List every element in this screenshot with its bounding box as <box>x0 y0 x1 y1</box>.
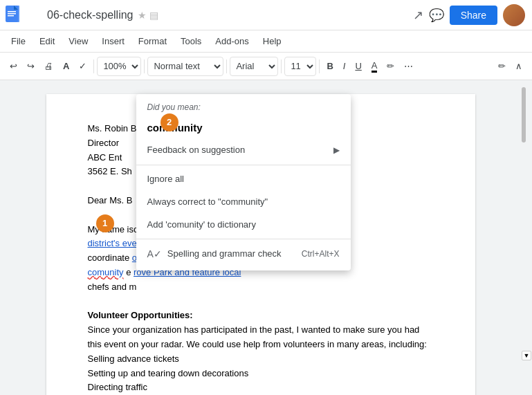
menu-format[interactable]: Format <box>133 33 172 49</box>
menu-tools[interactable]: Tools <box>175 33 207 49</box>
list-item-3: Directing traffic <box>88 380 434 395</box>
list-item-1: Selling advance tickets <box>88 352 434 367</box>
menu-view[interactable]: View <box>63 33 93 49</box>
spell-check-icon: A✓ <box>147 246 162 261</box>
divider-3 <box>226 59 227 73</box>
edit-mode-button[interactable]: ✏ <box>494 58 510 74</box>
doc-title: 06-check-spelling <box>47 9 134 21</box>
always-correct-label: Always correct to "community" <box>147 195 268 210</box>
misspelled-word: comunity <box>88 267 124 277</box>
step-badge-2: 2 <box>160 113 178 131</box>
paint-format-button[interactable]: A <box>59 58 73 74</box>
folder-icon[interactable]: ▤ <box>149 10 158 21</box>
more-button[interactable]: ⋯ <box>400 58 417 74</box>
redo-button[interactable]: ↪ <box>23 58 39 74</box>
feedback-arrow-icon: ▶ <box>333 144 340 157</box>
list-item-2: Setting up and tearing down decorations <box>88 367 434 381</box>
italic-button[interactable]: I <box>339 58 350 74</box>
para1-text4: e <box>126 267 131 277</box>
font-color-button[interactable]: A <box>367 57 382 75</box>
always-correct-item[interactable]: Always correct to "community" <box>136 191 351 214</box>
undo-button[interactable]: ↩ <box>6 58 21 74</box>
divider-4 <box>281 59 282 73</box>
print-button[interactable]: 🖨 <box>40 58 57 74</box>
feedback-label: Feedback on suggestion <box>147 143 246 158</box>
feedback-item[interactable]: Feedback on suggestion ▶ <box>136 139 351 162</box>
spell-check-button[interactable]: ✓ <box>75 58 91 74</box>
svg-rect-11 <box>8 15 14 17</box>
title-bar: 06-check-spelling ★ ▤ ↗ 💬 Share <box>0 0 532 30</box>
doc-icon-actual <box>6 6 21 25</box>
divider-5 <box>319 59 320 73</box>
toolbar: ↩ ↪ 🖨 A ✓ 100% Normal text Arial 11 B I … <box>0 53 532 80</box>
underline-button[interactable]: U <box>351 58 365 74</box>
paragraph-1d: chefs and m <box>88 280 434 295</box>
highlight-button[interactable]: ✏ <box>383 58 398 74</box>
menu-addons[interactable]: Add-ons <box>210 33 254 49</box>
svg-rect-10 <box>8 13 16 15</box>
scroll-nav-button[interactable]: ▼ <box>522 351 531 360</box>
star-icon[interactable]: ★ <box>138 10 147 21</box>
scrollbar-thumb[interactable] <box>522 87 526 143</box>
add-to-dict-item[interactable]: Add 'comunity' to dictionary <box>136 214 351 237</box>
share-button[interactable]: Share <box>450 6 497 25</box>
menu-edit[interactable]: Edit <box>34 33 60 49</box>
zoom-select[interactable]: 100% <box>97 57 141 76</box>
main-area: Ms. Robin B Director ABC Ent 3562 E. Sh … <box>0 80 532 395</box>
menu-file[interactable]: File <box>6 33 31 49</box>
style-select[interactable]: Normal text <box>147 57 223 76</box>
divider-2 <box>144 59 145 73</box>
menu-bar: File Edit View Insert Format Tools Add-o… <box>0 30 532 53</box>
collapse-button[interactable]: ∧ <box>511 58 526 74</box>
font-select[interactable]: Arial <box>230 57 278 76</box>
menu-divider-2 <box>136 239 351 239</box>
spell-check-label: Spelling and grammar check <box>167 247 282 261</box>
bold-button[interactable]: B <box>322 58 337 74</box>
add-to-dict-label: Add 'comunity' to dictionary <box>147 218 256 232</box>
svg-rect-9 <box>8 11 16 12</box>
ignore-all-item[interactable]: Ignore all <box>136 168 351 191</box>
avatar[interactable] <box>503 4 525 26</box>
ignore-all-label: Ignore all <box>147 172 184 187</box>
font-size-select[interactable]: 11 <box>284 57 316 76</box>
comment-icon[interactable]: 💬 <box>429 8 444 23</box>
volunteer-body: Since your organization has participated… <box>88 323 434 352</box>
spell-check-item[interactable]: A✓ Spelling and grammar check Ctrl+Alt+X <box>136 242 351 266</box>
menu-insert[interactable]: Insert <box>96 33 130 49</box>
spell-check-shortcut: Ctrl+Alt+X <box>302 248 340 261</box>
para1-text2: coordinate <box>88 252 130 263</box>
divider-1 <box>93 59 94 73</box>
doc-page: Ms. Robin B Director ABC Ent 3562 E. Sh … <box>46 94 475 395</box>
menu-help[interactable]: Help <box>257 33 287 49</box>
doc-area[interactable]: Ms. Robin B Director ABC Ent 3562 E. Sh … <box>0 80 521 395</box>
scrollbar-area[interactable]: ▼ <box>521 80 532 395</box>
volunteer-heading: Volunteer Opportunities: <box>88 309 434 323</box>
step-badge-1: 1 <box>96 214 114 232</box>
trend-icon[interactable]: ↗ <box>413 8 423 23</box>
menu-divider-1 <box>136 165 351 165</box>
